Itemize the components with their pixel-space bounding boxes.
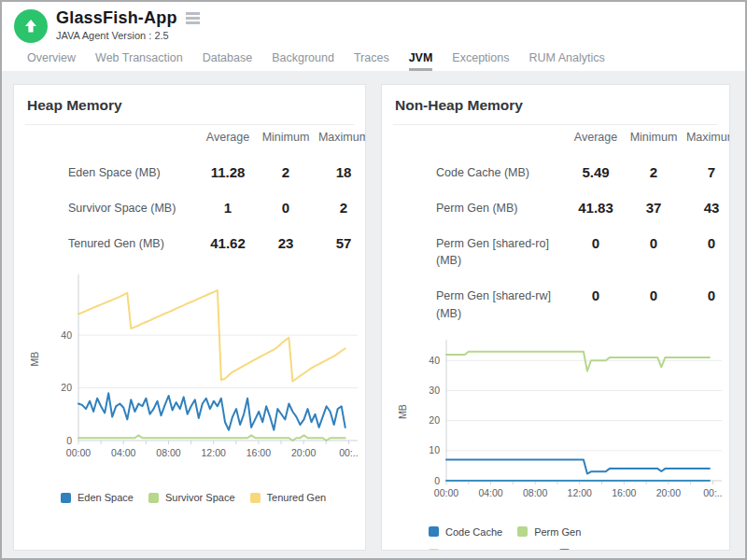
table-row: Perm Gen [shared-rw] (MB)000 [436, 278, 718, 331]
legend-item[interactable]: Perm Gen [shared-ro] [429, 549, 544, 552]
metric-value: 0 [567, 278, 625, 303]
legend-swatch-icon [429, 526, 439, 537]
metric-label: Code Cache (MB) [436, 155, 567, 190]
tab-rum-analytics[interactable]: RUM Analytics [529, 51, 605, 71]
svg-text:MB: MB [397, 404, 408, 419]
svg-text:00:00: 00:00 [66, 447, 91, 458]
svg-text:30: 30 [429, 384, 440, 395]
legend-item[interactable]: Tenured Gen [250, 492, 327, 503]
legend-swatch-icon [148, 493, 159, 503]
svg-text:0: 0 [434, 474, 440, 485]
column-header: Maximum [683, 131, 730, 144]
legend-label: Tenured Gen [267, 492, 327, 503]
agent-version-label: JAVA Agent Version : 2.5 [56, 30, 202, 41]
legend-label: Perm Gen [534, 526, 581, 538]
table-row: Code Cache (MB)5.4927 [436, 155, 718, 190]
legend-label: Perm Gen [shared-ro] [445, 549, 544, 552]
tab-bar: OverviewWeb TransactionDatabaseBackgroun… [14, 43, 745, 71]
metric-value: 11.28 [199, 155, 257, 180]
legend-item[interactable]: Perm Gen [shared-rw] [559, 549, 677, 552]
heap-chart-area: 0204000:0004:0008:0012:0016:0020:0000:..… [25, 272, 354, 469]
metric-value: 18 [315, 155, 366, 180]
table-row: Perm Gen (MB)41.833743 [436, 190, 718, 226]
app-title-block: GlassFish-App JAVA Agent Version : 2.5 [56, 8, 202, 41]
metric-value: 5.49 [567, 155, 625, 180]
column-header: Average [567, 131, 625, 144]
heap-memory-panel: Heap Memory AverageMinimumMaximumEden Sp… [13, 84, 366, 551]
non-heap-memory-table: AverageMinimumMaximumCode Cache (MB)5.49… [436, 131, 718, 331]
non-heap-panel-title: Non-Heap Memory [393, 85, 718, 124]
legend-label: Survivor Space [165, 492, 235, 503]
non-heap-memory-panel: Non-Heap Memory AverageMinimumMaximumCod… [381, 84, 730, 551]
svg-text:10: 10 [429, 444, 440, 455]
svg-text:08:00: 08:00 [156, 447, 180, 458]
svg-text:20: 20 [429, 414, 440, 426]
non-heap-memory-chart[interactable]: 01020304000:0004:0008:0012:0016:0020:000… [393, 337, 722, 506]
metric-label: Perm Gen [shared-rw] (MB) [436, 278, 567, 331]
legend-swatch-icon [250, 493, 261, 503]
svg-text:20:00: 20:00 [291, 447, 316, 458]
hamburger-menu-icon[interactable] [184, 10, 202, 26]
metric-value: 23 [257, 226, 315, 251]
heap-memory-chart[interactable]: 0204000:0004:0008:0012:0016:0020:0000:..… [25, 272, 358, 466]
tab-web-transaction[interactable]: Web Transaction [95, 51, 183, 71]
legend-label: Code Cache [445, 526, 502, 538]
svg-text:20:00: 20:00 [656, 487, 681, 498]
metric-label: Eden Space (MB) [68, 155, 199, 190]
svg-text:40: 40 [61, 329, 72, 341]
legend-label: Perm Gen [shared-rw] [576, 549, 677, 552]
svg-text:16:00: 16:00 [247, 447, 271, 458]
metric-value: 41.83 [567, 190, 625, 216]
svg-text:08:00: 08:00 [523, 487, 547, 498]
tab-database[interactable]: Database [203, 51, 253, 71]
metric-value: 7 [683, 155, 730, 180]
column-header: Maximum [315, 131, 366, 144]
app-window: GlassFish-App JAVA Agent Version : 2.5 O… [0, 0, 747, 560]
column-header: Minimum [257, 131, 315, 144]
up-arrow-circle-icon [14, 9, 48, 43]
non-heap-chart-area: 01020304000:0004:0008:0012:0016:0020:000… [393, 337, 718, 510]
table-header-row: AverageMinimumMaximum [436, 131, 718, 155]
table-row: Survivor Space (MB)102 [68, 190, 354, 226]
metric-value: 2 [625, 155, 683, 180]
legend-item[interactable]: Code Cache [429, 526, 502, 538]
non-heap-chart-legend: Code CachePerm GenPerm Gen [shared-ro]Pe… [429, 526, 699, 552]
metric-label: Tenured Gen (MB) [68, 226, 199, 261]
tab-background[interactable]: Background [272, 51, 334, 71]
metric-value: 0 [625, 278, 683, 303]
legend-swatch-icon [517, 526, 528, 537]
svg-text:00:00: 00:00 [434, 487, 458, 498]
legend-swatch-icon [61, 493, 71, 503]
divider [393, 124, 718, 125]
svg-text:04:00: 04:00 [111, 447, 135, 458]
table-row: Tenured Gen (MB)41.622357 [68, 226, 354, 261]
tab-exceptions[interactable]: Exceptions [452, 51, 509, 71]
metric-label: Perm Gen [shared-ro] (MB) [436, 226, 567, 279]
metric-value: 1 [199, 190, 257, 216]
tab-jvm[interactable]: JVM [409, 51, 433, 71]
metric-value: 57 [315, 226, 366, 251]
legend-item[interactable]: Perm Gen [517, 526, 581, 538]
svg-text:00:..: 00:.. [703, 487, 722, 498]
metric-label: Survivor Space (MB) [68, 190, 199, 226]
legend-item[interactable]: Survivor Space [148, 492, 235, 503]
metric-value: 2 [257, 155, 315, 180]
table-header-row: AverageMinimumMaximum [68, 131, 354, 155]
divider [25, 124, 354, 125]
svg-text:00:..: 00:.. [339, 447, 358, 458]
app-identity: GlassFish-App JAVA Agent Version : 2.5 [14, 8, 745, 43]
table-row: Eden Space (MB)11.28218 [68, 155, 354, 190]
app-header: GlassFish-App JAVA Agent Version : 2.5 O… [2, 2, 745, 71]
svg-text:0: 0 [66, 435, 72, 446]
svg-text:12:00: 12:00 [568, 487, 592, 498]
tab-traces[interactable]: Traces [354, 51, 389, 71]
heap-chart-legend: Eden SpaceSurvivor SpaceTenured Gen [61, 492, 354, 503]
metric-value: 0 [683, 278, 730, 303]
tab-overview[interactable]: Overview [27, 51, 76, 71]
heap-panel-title: Heap Memory [25, 85, 354, 124]
legend-swatch-icon [559, 549, 570, 551]
legend-item[interactable]: Eden Space [61, 492, 134, 503]
metric-label: Perm Gen (MB) [436, 190, 567, 226]
metric-value: 2 [315, 190, 366, 216]
svg-text:20: 20 [61, 382, 72, 393]
